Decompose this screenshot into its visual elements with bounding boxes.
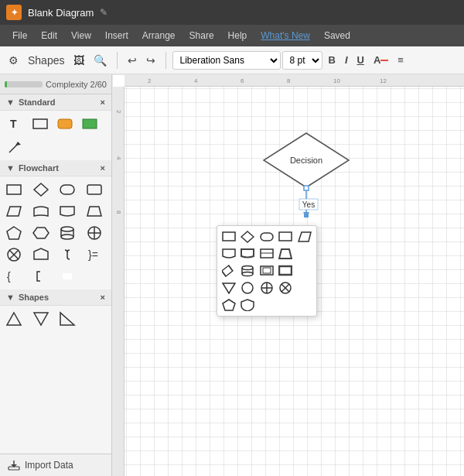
- redo-button[interactable]: ↪: [142, 52, 159, 69]
- flowchart-section-header[interactable]: ▼ Flowchart ×: [0, 160, 111, 176]
- gear-icon[interactable]: ⚙: [5, 52, 22, 69]
- color-indicator: [380, 60, 388, 61]
- font-color-button[interactable]: A: [370, 51, 392, 70]
- standard-close-icon[interactable]: ×: [101, 98, 105, 107]
- complexity-fill: [5, 81, 7, 87]
- menu-arrange[interactable]: Arrange: [136, 29, 182, 43]
- underline-button[interactable]: U: [353, 51, 368, 70]
- menu-help[interactable]: Help: [222, 29, 254, 43]
- align-button[interactable]: ≡: [394, 51, 408, 70]
- fc-cylinder[interactable]: [56, 223, 78, 243]
- edit-title-icon[interactable]: ✎: [100, 7, 107, 18]
- rect-shape[interactable]: [29, 114, 51, 134]
- fc-pentagon[interactable]: [3, 223, 25, 243]
- popup-pentagon2[interactable]: [220, 297, 237, 313]
- standard-label: Standard: [19, 98, 56, 107]
- popup-rect2[interactable]: [277, 229, 294, 245]
- popup-empty5[interactable]: [277, 297, 294, 313]
- popup-rect3[interactable]: [258, 263, 275, 279]
- popup-thick-rect[interactable]: [277, 263, 294, 279]
- popup-empty4[interactable]: [258, 297, 275, 313]
- menu-share[interactable]: Share: [183, 29, 220, 43]
- menu-insert[interactable]: Insert: [99, 29, 135, 43]
- fc-rect[interactable]: [3, 180, 25, 200]
- popup-shield[interactable]: [239, 297, 256, 313]
- fc-bracket[interactable]: [30, 266, 52, 286]
- fc-hexagon[interactable]: [30, 223, 52, 243]
- decision-shape[interactable]: Decision: [264, 133, 349, 187]
- popup-parallelogram[interactable]: [296, 229, 313, 245]
- svg-marker-22: [34, 248, 48, 259]
- svg-rect-9: [87, 185, 101, 194]
- colored-shape[interactable]: [79, 114, 101, 134]
- search-icon[interactable]: 🔍: [90, 52, 111, 69]
- fc-circle-x[interactable]: [3, 245, 25, 265]
- standard-section-header[interactable]: ▼ Standard ×: [0, 94, 111, 111]
- popup-doc2[interactable]: [239, 246, 256, 262]
- popup-grid: [220, 229, 313, 313]
- popup-circle-cross[interactable]: [258, 280, 275, 296]
- menu-saved[interactable]: Saved: [318, 29, 357, 43]
- font-size-select[interactable]: 8 pt: [282, 51, 322, 70]
- ruler-mark-v-4: 4: [115, 156, 122, 159]
- popup-doc[interactable]: [220, 246, 237, 262]
- fc-shape4a[interactable]: [30, 245, 52, 265]
- shape-triangle2[interactable]: [30, 309, 52, 329]
- image-icon[interactable]: 🖼: [70, 52, 88, 69]
- fc-tape[interactable]: [30, 201, 52, 221]
- text-shape[interactable]: T: [5, 114, 26, 134]
- fc-parallelogram[interactable]: [3, 201, 25, 221]
- svg-marker-12: [7, 227, 21, 239]
- popup-circle[interactable]: [239, 280, 256, 296]
- fc-trapezoid[interactable]: [84, 201, 105, 221]
- font-family-select[interactable]: Liberation Sans: [172, 51, 281, 70]
- popup-empty[interactable]: [296, 246, 313, 262]
- popup-rounded[interactable]: [258, 229, 275, 245]
- popup-tape[interactable]: [258, 246, 275, 262]
- shape-triangle[interactable]: [3, 309, 25, 329]
- popup-diamond[interactable]: [239, 229, 256, 245]
- bold-button[interactable]: B: [324, 51, 339, 70]
- svg-rect-38: [304, 186, 309, 190]
- shapes-grid: [0, 306, 111, 332]
- fc-rounded-rect[interactable]: [56, 180, 78, 200]
- svg-rect-39: [304, 213, 309, 217]
- shapes-section-header[interactable]: ▼ Shapes ×: [0, 289, 111, 306]
- fc-diamond[interactable]: [30, 180, 52, 200]
- fc-curly[interactable]: {: [3, 266, 25, 286]
- flowchart-close-icon[interactable]: ×: [101, 164, 105, 173]
- popup-empty2[interactable]: [296, 263, 313, 279]
- menu-whats-new[interactable]: What's New: [254, 29, 316, 43]
- sidebar: Complexity 2/60 ▼ Standard × T: [0, 74, 112, 476]
- canvas-area[interactable]: 2 4 6 8 10 12 2 4 8 Decision: [112, 74, 464, 476]
- shape-right-triangle[interactable]: [56, 309, 78, 329]
- fc-braces[interactable]: }=: [84, 245, 105, 265]
- popup-empty3[interactable]: [296, 280, 313, 296]
- popup-triangle-down[interactable]: [220, 280, 237, 296]
- popup-circle-x[interactable]: [277, 280, 294, 296]
- menu-edit[interactable]: Edit: [35, 29, 63, 43]
- svg-marker-11: [87, 207, 101, 216]
- popup-empty6[interactable]: [296, 297, 313, 313]
- popup-trapezoid[interactable]: [277, 246, 294, 262]
- rounded-shape[interactable]: [54, 114, 76, 134]
- menu-view[interactable]: View: [65, 29, 97, 43]
- svg-rect-2: [58, 119, 72, 128]
- connector-line[interactable]: Yes: [299, 186, 318, 218]
- fc-empty[interactable]: [56, 266, 78, 286]
- shapes-close-icon[interactable]: ×: [101, 293, 105, 302]
- fc-circle-cross[interactable]: [84, 223, 105, 243]
- fc-rounded-rect2[interactable]: [84, 180, 105, 200]
- undo-button[interactable]: ↩: [124, 52, 141, 69]
- arrow-shape[interactable]: [5, 137, 26, 157]
- svg-marker-13: [33, 228, 49, 238]
- italic-button[interactable]: I: [341, 51, 352, 70]
- popup-rhombus[interactable]: [220, 263, 237, 279]
- import-data-button[interactable]: Import Data: [0, 454, 111, 476]
- popup-cylinder[interactable]: [239, 263, 256, 279]
- fc-doc[interactable]: [56, 201, 78, 221]
- shapes-label[interactable]: Shapes: [24, 52, 68, 69]
- fc-brace[interactable]: [56, 245, 78, 265]
- popup-rect[interactable]: [220, 229, 237, 245]
- menu-file[interactable]: File: [6, 29, 33, 43]
